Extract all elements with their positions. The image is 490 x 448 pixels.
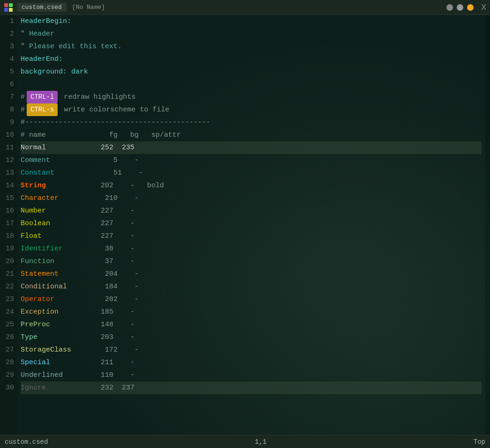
code-token: 51 - xyxy=(54,167,143,179)
code-token: Character xyxy=(21,192,59,205)
code-line: " Header xyxy=(21,28,482,40)
code-line: String 202 - bold xyxy=(21,179,482,192)
code-line xyxy=(21,78,482,91)
code-content[interactable]: HeaderBegin:" Header" Please edit this t… xyxy=(17,15,485,435)
code-token: 185 - xyxy=(59,306,134,318)
code-line: # name fg bg sp/attr xyxy=(21,129,482,141)
code-token: 211 - xyxy=(50,356,134,369)
svg-rect-0 xyxy=(4,3,8,7)
code-line: Exception 185 - xyxy=(21,306,482,318)
code-token: " xyxy=(21,28,25,40)
code-token: Underlined xyxy=(21,369,63,382)
code-token: StorageClass xyxy=(21,344,71,356)
line-number: 4 xyxy=(10,53,14,66)
app-icon xyxy=(4,3,13,12)
code-token: PreProc xyxy=(21,318,50,331)
code-line: Conditional 184 - xyxy=(21,280,482,293)
kbd-ctrl-s-badge: CTRL-s xyxy=(27,103,58,116)
code-token: # xyxy=(21,103,25,116)
code-line: HeaderEnd: xyxy=(21,53,482,66)
code-line: Special 211 - xyxy=(21,356,482,369)
code-token: bold xyxy=(134,179,164,192)
code-token: 5 - xyxy=(50,154,139,167)
code-token: 232 237 xyxy=(46,382,134,394)
tab-no-name[interactable]: [No Name] xyxy=(67,3,110,12)
code-token: Number xyxy=(21,205,46,217)
line-number: 11 xyxy=(6,141,14,154)
line-number: 2 xyxy=(10,28,14,40)
line-number: 6 xyxy=(10,78,14,91)
line-number: 1 xyxy=(10,15,14,28)
code-token: Operator xyxy=(21,293,54,306)
code-token: 184 - xyxy=(67,280,139,293)
code-token: redraw highlights xyxy=(59,91,135,103)
line-number: 28 xyxy=(6,356,14,369)
code-line: Ignore 232 237 xyxy=(21,382,482,394)
kbd-ctrl-l-badge: CTRL-l xyxy=(27,91,58,103)
code-token: " xyxy=(21,40,25,53)
code-line: Operator 202 - xyxy=(21,293,482,306)
line-number: 9 xyxy=(10,116,14,129)
line-number: 12 xyxy=(6,154,14,167)
code-token: Normal xyxy=(21,141,46,154)
line-number: 27 xyxy=(6,344,14,356)
line-number: 30 xyxy=(6,382,14,394)
line-number: 19 xyxy=(6,242,14,255)
code-token: Float xyxy=(21,230,42,242)
maximize-button[interactable] xyxy=(457,4,463,11)
code-token: Type xyxy=(21,331,37,344)
titlebar: custom.csed [No Name] X xyxy=(0,0,490,15)
code-line: #CTRL-s write colorscheme to file xyxy=(21,103,482,116)
line-number: 24 xyxy=(6,306,14,318)
code-line: Type 203 - xyxy=(21,331,482,344)
editor: 1234567891011121314151617181920212223242… xyxy=(0,15,490,435)
code-token: 37 - xyxy=(54,255,134,268)
code-line: HeaderBegin: xyxy=(21,15,482,28)
code-line: Statement 204 - xyxy=(21,268,482,280)
svg-rect-3 xyxy=(9,8,13,12)
line-number: 16 xyxy=(6,205,14,217)
tab-custom-csed[interactable]: custom.csed xyxy=(17,3,67,12)
code-token: # xyxy=(21,91,25,103)
line-number: 14 xyxy=(6,179,14,192)
line-number: 18 xyxy=(6,230,14,242)
line-number: 10 xyxy=(6,129,14,141)
code-token: Header xyxy=(25,28,54,40)
line-number: 17 xyxy=(6,217,14,230)
code-token: String xyxy=(21,179,46,192)
code-token: 227 - xyxy=(46,205,134,217)
code-line: Constant 51 - xyxy=(21,167,482,179)
titlebar-right: X xyxy=(446,3,486,12)
code-token: #---------------------------------------… xyxy=(21,116,210,129)
status-position: 1,1 xyxy=(255,438,267,446)
code-line: Underlined 110 - xyxy=(21,369,482,382)
line-number: 21 xyxy=(6,268,14,280)
code-token: bg xyxy=(118,129,139,141)
code-token: sp/attr xyxy=(139,129,181,141)
line-number: 20 xyxy=(6,255,14,268)
code-token: Special xyxy=(21,356,50,369)
code-line: #CTRL-l redraw highlights xyxy=(21,91,482,103)
code-token: Conditional xyxy=(21,280,67,293)
close-x-button[interactable]: X xyxy=(481,3,486,12)
statusbar: custom.csed 1,1 Top xyxy=(0,435,490,448)
code-token: Statement xyxy=(21,268,59,280)
code-token: 210 - xyxy=(59,192,139,205)
titlebar-left: custom.csed [No Name] xyxy=(4,3,110,12)
code-token: 110 - xyxy=(63,369,134,382)
code-token: 38 - xyxy=(63,242,134,255)
code-line: PreProc 148 - xyxy=(21,318,482,331)
scrollbar[interactable] xyxy=(485,15,490,435)
code-token: Exception xyxy=(21,306,59,318)
minimize-button[interactable] xyxy=(446,4,453,11)
line-number: 22 xyxy=(6,280,14,293)
code-token: Ignore xyxy=(21,382,46,394)
svg-rect-2 xyxy=(4,8,8,12)
code-token: Identifier xyxy=(21,242,63,255)
close-traffic-button[interactable] xyxy=(467,4,474,11)
code-line: Identifier 38 - xyxy=(21,242,482,255)
line-number: 26 xyxy=(6,331,14,344)
code-line: background: dark xyxy=(21,66,482,78)
code-token: fg xyxy=(46,129,118,141)
line-number: 13 xyxy=(6,167,14,179)
